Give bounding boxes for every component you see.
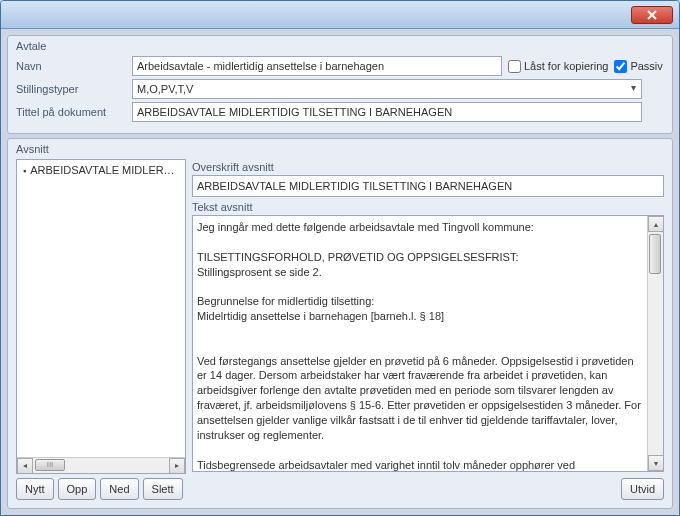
last-checkbox[interactable] [508,60,521,73]
slett-button[interactable]: Slett [143,478,183,500]
list-item[interactable]: ARBEIDSAVTALE MIDLERTI.. [19,162,183,178]
row-navn: Navn Låst for kopiering Passiv [16,56,664,76]
overskrift-label: Overskrift avsnitt [192,161,664,173]
passiv-checkbox[interactable] [614,60,627,73]
avsnitt-list-content: ARBEIDSAVTALE MIDLERTI.. [17,160,185,457]
row-stillingstyper: Stillingstyper [16,79,664,99]
vscroll-track[interactable] [648,232,663,455]
avsnitt-body: ARBEIDSAVTALE MIDLERTI.. ◂ III ▸ Nytt Op… [16,159,664,500]
content-area: Avtale Navn Låst for kopiering Passiv St… [1,29,679,515]
avsnitt-panel: Avsnitt ARBEIDSAVTALE MIDLERTI.. ◂ III ▸ [7,138,673,509]
nytt-button[interactable]: Nytt [16,478,54,500]
scroll-down-icon[interactable]: ▾ [648,455,664,471]
ned-button[interactable]: Ned [100,478,138,500]
scroll-left-icon[interactable]: ◂ [17,458,33,474]
dialog-window: Avtale Navn Låst for kopiering Passiv St… [0,0,680,516]
bottom-row: Utvid [192,478,664,500]
avsnitt-panel-title: Avsnitt [16,143,664,155]
utvid-button[interactable]: Utvid [621,478,664,500]
avsnitt-left-column: ARBEIDSAVTALE MIDLERTI.. ◂ III ▸ Nytt Op… [16,159,186,500]
stillingstyper-label: Stillingstyper [16,83,126,95]
opp-button[interactable]: Opp [58,478,97,500]
list-hscrollbar[interactable]: ◂ III ▸ [17,457,185,473]
overskrift-input[interactable] [192,175,664,197]
avsnitt-list[interactable]: ARBEIDSAVTALE MIDLERTI.. ◂ III ▸ [16,159,186,474]
tekst-textarea[interactable] [193,216,647,471]
passiv-label: Passiv [630,60,662,72]
avtale-panel-title: Avtale [16,40,664,52]
tittel-label: Tittel på dokument [16,106,126,118]
last-label: Låst for kopiering [524,60,608,72]
navn-input[interactable] [132,56,502,76]
vscroll-thumb[interactable] [649,234,661,274]
row-tittel: Tittel på dokument [16,102,664,122]
titlebar [1,1,679,29]
close-button[interactable] [631,6,673,24]
close-icon [647,10,657,20]
scroll-up-icon[interactable]: ▴ [648,216,664,232]
tekst-vscrollbar[interactable]: ▴ ▾ [647,216,663,471]
tekst-wrapper: ▴ ▾ [192,215,664,472]
stillingstyper-select[interactable] [132,79,642,99]
list-button-row: Nytt Opp Ned Slett [16,478,186,500]
avsnitt-right-column: Overskrift avsnitt Tekst avsnitt ▴ ▾ [192,159,664,500]
avtale-panel: Avtale Navn Låst for kopiering Passiv St… [7,35,673,134]
scroll-thumb[interactable]: III [35,459,65,471]
passiv[interactable]: Passiv [614,60,662,73]
tittel-input[interactable] [132,102,642,122]
scroll-right-icon[interactable]: ▸ [169,458,185,474]
navn-label: Navn [16,60,126,72]
tekst-label: Tekst avsnitt [192,201,664,213]
last-for-kopiering[interactable]: Låst for kopiering [508,60,608,73]
scroll-track[interactable]: III [33,458,169,474]
